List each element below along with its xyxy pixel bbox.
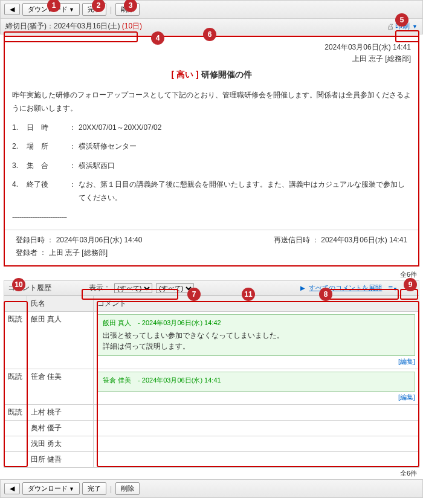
item-num: 3. [12,160,27,173]
subject-line: [ 高い ] 研修開催の件 [12,69,411,80]
complete-button-bottom[interactable]: 完了 [82,482,106,495]
annotation-4: 4 [151,31,164,45]
registrant-value: 上田 恵子 [総務部] [49,248,108,257]
table-row: 奥村 優子 [4,421,419,436]
deadline-label: 締切日(猶予)： [5,22,54,30]
edit-link[interactable]: [編集] [398,358,415,365]
table-row: 田所 健吾 [4,452,419,468]
comment-cell: 笹倉 佳美 - 2024年03月06日(水) 14:41 [編集] [94,369,419,405]
table-row: 浅田 勇太 [4,436,419,452]
menu-icon[interactable]: ≡▼ [386,283,400,292]
item-label: 日 時 [27,121,69,135]
item-num: 4. [12,178,27,204]
divider-line: ------------------------------ [12,211,411,224]
delete-button-bottom[interactable]: 削除 [115,482,140,495]
status-cell: 既読 [4,369,27,405]
item-value: 20XX/07/01～20XX/07/02 [79,121,411,135]
comment-body: 出張と被ってしまい参加できなくなってしまいました。詳細は伺って説明します。 [103,330,410,352]
name-cell: 奥村 優子 [27,421,94,436]
name-cell: 飯田 真人 [27,312,94,369]
reg-value: 2024年03月06日(水) 14:40 [56,236,143,244]
total-count-top: 全6件 [0,269,423,280]
deadline-days: (10日) [122,22,142,30]
bottom-toolbar: ◀ ダウンロード▼ 完了 | 削除 [0,479,423,498]
annotation-8: 8 [319,288,332,301]
item-value: なお、第１日目の講義終了後に懇親会を開催いたします。また、講義中はカジュアルな服… [79,178,411,204]
resend-label: 再送信日時 ： [274,236,319,244]
top-toolbar: ◀ ダウンロード▼ 完了 | 削除 [0,0,423,19]
deadline-date: 2024年03月16日(土) [54,22,120,30]
item-value: 横浜駅西口 [79,160,411,173]
name-cell: 笹倉 佳美 [27,369,94,405]
message-datetime: 2024年03月06日(水) 14:41 [12,42,411,53]
priority-badge: [ 高い ] [172,69,199,79]
filter-select-1[interactable]: (すべて) [114,283,152,293]
item-label: 終了後 [27,178,69,204]
item-num: 2. [12,140,27,153]
back-button[interactable]: ◀ [4,4,20,15]
comment-author: 飯田 真人 - 2024年03月06日(水) 14:42 [103,318,410,328]
total-count-bottom: 全6件 [0,468,423,479]
comment-author: 笹倉 佳美 - 2024年03月06日(水) 14:41 [103,376,410,385]
registrant-label: 登録者 ： [16,248,47,257]
subject-title: 研修開催の件 [201,69,252,79]
table-row: 既読 飯田 真人 飯田 真人 - 2024年03月06日(水) 14:42 出張… [4,312,419,369]
reg-label: 登録日時 ： [16,236,54,244]
comment-cell [94,421,419,436]
item-value: 横浜研修センター [79,140,411,153]
comment-cell [94,452,419,468]
status-cell [4,436,27,452]
back-button-bottom[interactable]: ◀ [4,483,20,494]
table-row: 既読 笹倉 佳美 笹倉 佳美 - 2024年03月06日(水) 14:41 [編… [4,369,419,405]
comment-header: コメント履歴 表示： (すべて) (すべて) ▶ すべてのコメントを展開 ≡▼ … [4,280,419,296]
message-footer: 登録日時 ： 2024年03月06日(水) 14:40 再送信日時 ： 2024… [5,230,418,265]
message-panel: 2024年03月06日(水) 14:41 上田 恵子 [総務部] [ 高い ] … [4,36,419,267]
annotation-5: 5 [395,13,408,27]
expand-arrow-icon: ▶ [300,285,305,291]
item-label: 場 所 [27,140,69,153]
comment-box: 笹倉 佳美 - 2024年03月06日(水) 14:41 [97,372,415,392]
status-cell [4,452,27,468]
item-label: 集 合 [27,160,69,173]
comment-cell: 飯田 真人 - 2024年03月06日(水) 14:42 出張と被ってしまい参加… [94,312,419,369]
annotation-10: 10 [12,278,25,291]
resend-value: 2024年03月06日(水) 14:41 [321,236,407,244]
status-cell: 既読 [4,405,27,421]
separator: | [110,5,112,14]
printer-icon: 🖨 [387,22,394,31]
col-name: 氏名 [27,296,94,312]
status-cell: 既読 [4,312,27,369]
col-status [4,296,27,312]
message-body: 昨年実施した研修のフォローアップコースとして下記のとおり、管理職研修会を開催しま… [12,89,411,224]
annotation-9: 9 [404,278,417,291]
status-cell [4,421,27,436]
comment-box: 飯田 真人 - 2024年03月06日(水) 14:42 出張と被ってしまい参加… [97,314,415,356]
intro-paragraph: 昨年実施した研修のフォローアップコースとして下記のとおり、管理職研修会を開催しま… [12,89,411,115]
message-author: 上田 恵子 [総務部] [12,53,411,65]
annotation-11: 11 [242,288,255,301]
item-num: 1. [12,121,27,135]
col-comment: コメント [94,296,419,312]
download-button-bottom[interactable]: ダウンロード▼ [22,482,80,495]
table-row: 既読 上村 桃子 [4,405,419,421]
name-cell: 浅田 勇太 [27,436,94,452]
name-cell: 田所 健吾 [27,452,94,468]
annotation-7: 7 [187,288,201,301]
comment-table: 氏名 コメント 既読 飯田 真人 飯田 真人 - 2024年03月06日(水) … [4,296,419,468]
display-label: 表示： [89,283,111,293]
deadline-text: 締切日(猶予)：2024年03月16日(土) (10日) [5,21,142,31]
comment-cell [94,436,419,452]
name-cell: 上村 桃子 [27,405,94,421]
annotation-6: 6 [203,28,216,41]
edit-link[interactable]: [編集] [398,393,415,401]
separator: | [110,485,112,493]
comment-cell [94,405,419,421]
